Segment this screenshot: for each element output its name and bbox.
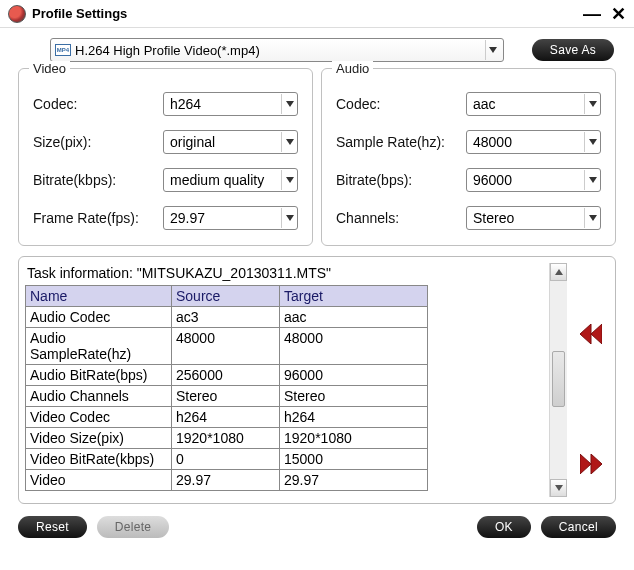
video-codec-label: Codec: [33, 96, 163, 112]
mp4-icon: MP4 [55, 44, 71, 56]
delete-button[interactable]: Delete [97, 516, 170, 538]
chevron-down-icon[interactable] [281, 94, 297, 114]
window-title: Profile Settings [32, 6, 573, 21]
table-row: Video Size(pix)1920*10801920*1080 [26, 428, 428, 449]
chevron-down-icon[interactable] [584, 170, 600, 190]
video-size-select[interactable]: original [163, 130, 298, 154]
svg-marker-5 [589, 101, 597, 107]
profile-select[interactable]: MP4 H.264 High Profile Video(*.mp4) [50, 38, 504, 62]
video-bitrate-select[interactable]: medium quality [163, 168, 298, 192]
audio-channels-select[interactable]: Stereo [466, 206, 601, 230]
chevron-down-icon[interactable] [281, 208, 297, 228]
scrollbar[interactable] [549, 263, 567, 497]
task-info-header: Task information: "MITSUKAZU_20130311.MT… [25, 263, 545, 285]
chevron-down-icon[interactable] [281, 170, 297, 190]
video-bitrate-label: Bitrate(kbps): [33, 172, 163, 188]
scroll-down-icon[interactable] [550, 479, 567, 497]
minimize-button[interactable]: — [583, 5, 601, 23]
svg-marker-13 [580, 454, 591, 474]
close-button[interactable]: ✕ [611, 5, 626, 23]
svg-marker-6 [589, 139, 597, 145]
svg-marker-4 [286, 215, 294, 221]
audio-bitrate-value: 96000 [473, 172, 584, 188]
save-as-button[interactable]: Save As [532, 39, 614, 61]
video-bitrate-value: medium quality [170, 172, 281, 188]
chevron-down-icon[interactable] [584, 132, 600, 152]
table-row: Video29.9729.97 [26, 470, 428, 491]
video-group: Video Codec: h264 Size(pix): original Bi… [18, 68, 313, 246]
video-framerate-value: 29.97 [170, 210, 281, 226]
ok-button[interactable]: OK [477, 516, 531, 538]
audio-channels-value: Stereo [473, 210, 584, 226]
svg-marker-3 [286, 177, 294, 183]
prev-task-button[interactable] [576, 321, 606, 347]
video-codec-select[interactable]: h264 [163, 92, 298, 116]
svg-marker-0 [489, 47, 497, 53]
svg-marker-7 [589, 177, 597, 183]
col-source: Source [172, 286, 280, 307]
audio-codec-label: Codec: [336, 96, 466, 112]
svg-marker-2 [286, 139, 294, 145]
video-legend: Video [29, 61, 70, 76]
svg-marker-1 [286, 101, 294, 107]
audio-codec-select[interactable]: aac [466, 92, 601, 116]
task-info-panel: Task information: "MITSUKAZU_20130311.MT… [18, 256, 616, 504]
svg-marker-12 [591, 324, 602, 344]
audio-bitrate-select[interactable]: 96000 [466, 168, 601, 192]
scroll-up-icon[interactable] [550, 263, 567, 281]
chevron-down-icon[interactable] [485, 40, 501, 60]
audio-codec-value: aac [473, 96, 584, 112]
chevron-down-icon[interactable] [584, 94, 600, 114]
audio-samplerate-value: 48000 [473, 134, 584, 150]
svg-marker-9 [555, 269, 563, 275]
scroll-thumb[interactable] [552, 351, 565, 407]
svg-marker-14 [591, 454, 602, 474]
video-size-label: Size(pix): [33, 134, 163, 150]
next-task-button[interactable] [576, 451, 606, 477]
audio-channels-label: Channels: [336, 210, 466, 226]
svg-marker-8 [589, 215, 597, 221]
audio-group: Audio Codec: aac Sample Rate(hz): 48000 … [321, 68, 616, 246]
audio-legend: Audio [332, 61, 373, 76]
chevron-down-icon[interactable] [281, 132, 297, 152]
task-info-table: Name Source Target Audio Codecac3aacAudi… [25, 285, 428, 491]
cancel-button[interactable]: Cancel [541, 516, 616, 538]
table-row: Audio SampleRate(hz)4800048000 [26, 328, 428, 365]
table-row: Audio Codecac3aac [26, 307, 428, 328]
svg-marker-11 [580, 324, 591, 344]
col-name: Name [26, 286, 172, 307]
table-row: Audio BitRate(bps)25600096000 [26, 365, 428, 386]
table-row: Video BitRate(kbps)015000 [26, 449, 428, 470]
reset-button[interactable]: Reset [18, 516, 87, 538]
audio-bitrate-label: Bitrate(bps): [336, 172, 466, 188]
video-size-value: original [170, 134, 281, 150]
audio-samplerate-select[interactable]: 48000 [466, 130, 601, 154]
svg-marker-10 [555, 485, 563, 491]
table-row: Video Codech264h264 [26, 407, 428, 428]
chevron-down-icon[interactable] [584, 208, 600, 228]
video-framerate-label: Frame Rate(fps): [33, 210, 163, 226]
audio-samplerate-label: Sample Rate(hz): [336, 134, 466, 150]
profile-select-value: H.264 High Profile Video(*.mp4) [75, 43, 481, 58]
app-icon [8, 5, 26, 23]
video-codec-value: h264 [170, 96, 281, 112]
table-row: Audio ChannelsStereoStereo [26, 386, 428, 407]
col-target: Target [280, 286, 428, 307]
video-framerate-select[interactable]: 29.97 [163, 206, 298, 230]
